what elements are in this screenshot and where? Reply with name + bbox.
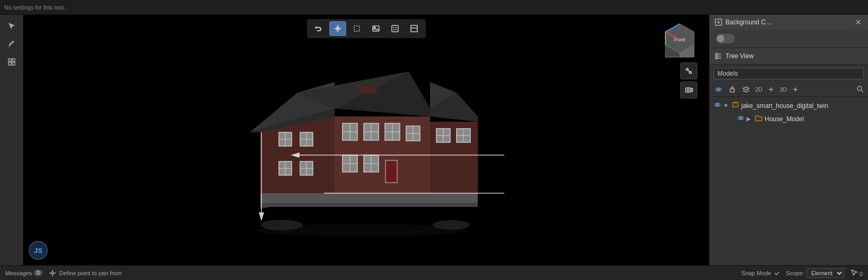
svg-rect-61 — [260, 203, 478, 207]
lock-button[interactable] — [727, 85, 737, 94]
svg-point-108 — [51, 272, 54, 274]
models-row: Models All Objects Layers — [709, 65, 868, 83]
bottom-bar: Messages 0 Define point to pan from Snap… — [0, 265, 868, 280]
messages-count-badge: 0 — [34, 270, 42, 276]
select-tool-button[interactable] — [4, 18, 20, 34]
svg-marker-96 — [743, 87, 749, 90]
svg-rect-38 — [385, 160, 397, 183]
tree-item-label: House_Model — [765, 115, 804, 123]
tree-view-title: Tree View — [725, 52, 753, 60]
folder-icon — [755, 114, 762, 123]
align-view-button[interactable] — [680, 62, 697, 79]
right-panel: Background C... ✕ — [709, 15, 868, 265]
item-visibility-icon — [714, 101, 721, 110]
svg-rect-105 — [733, 103, 738, 107]
brush-tool-button[interactable] — [4, 36, 20, 52]
svg-point-104 — [717, 104, 718, 106]
camera-button[interactable] — [680, 82, 697, 98]
svg-text:JS: JS — [34, 247, 42, 255]
status-hint: Define point to pan from — [49, 269, 121, 277]
viewport[interactable]: Front — [23, 15, 709, 265]
background-color-panel: Background C... ✕ — [709, 15, 868, 48]
svg-point-89 — [716, 58, 717, 59]
tree-item[interactable]: ▼ jake_smart_house_digital_twin — [709, 99, 868, 112]
coord-value: 0 — [860, 271, 863, 277]
main-area: Front — [0, 15, 868, 265]
svg-rect-95 — [730, 89, 734, 92]
snap-tool-button[interactable] — [4, 54, 20, 70]
svg-point-101 — [857, 86, 862, 91]
svg-marker-82 — [691, 88, 692, 92]
3d-label: 3D — [779, 86, 787, 93]
snap-mode-display: Snap Mode — [741, 270, 779, 276]
bg-toggle-row — [709, 30, 868, 48]
view-cube[interactable]: Front — [661, 21, 698, 58]
svg-point-87 — [716, 53, 717, 55]
svg-rect-3 — [12, 62, 15, 65]
svg-point-94 — [718, 89, 720, 91]
tree-panel: Tree View Models All Objects Layers — [709, 48, 868, 265]
messages-label: Messages — [5, 270, 32, 276]
models-dropdown[interactable]: Models All Objects Layers — [714, 68, 864, 79]
visibility-eye-button[interactable] — [714, 85, 723, 94]
svg-rect-22 — [360, 86, 376, 94]
bottom-right-controls: Snap Mode Scope: Element Model Scene 0 — [741, 268, 863, 278]
2d-visibility-button[interactable] — [767, 85, 775, 94]
bg-panel-icon — [715, 19, 722, 26]
orientation-buttons — [680, 62, 697, 98]
cursor-icon — [851, 269, 858, 276]
svg-line-80 — [687, 69, 690, 73]
tree-items: ▼ jake_smart_house_digital_twin ▶ Hous — [709, 97, 868, 265]
app-logo: JS — [28, 240, 49, 261]
expand-arrow: ▶ — [747, 116, 753, 122]
svg-point-88 — [716, 56, 717, 57]
tree-panel-header: Tree View — [709, 48, 868, 65]
layer-button[interactable] — [741, 85, 751, 94]
svg-point-83 — [687, 89, 689, 91]
left-toolbar — [0, 15, 23, 265]
item-visibility-icon — [737, 114, 744, 123]
scope-dropdown[interactable]: Element Model Scene — [806, 268, 844, 278]
svg-point-63 — [433, 220, 470, 230]
tree-item[interactable]: ▶ House_Model — [709, 112, 868, 125]
svg-line-102 — [862, 90, 864, 92]
tree-icons-row: 2D 3D — [709, 83, 868, 97]
coord-display: 0 — [851, 269, 863, 277]
2d-label: 2D — [755, 86, 762, 93]
svg-rect-0 — [8, 59, 11, 61]
scope-label: Scope: — [786, 270, 804, 276]
messages-button[interactable]: Messages 0 — [5, 270, 42, 276]
svg-rect-2 — [8, 62, 11, 65]
tree-view-icon — [715, 52, 722, 60]
pan-cursor-icon — [49, 269, 56, 277]
pan-hint-text: Define point to pan from — [59, 270, 121, 276]
snap-mode-icon — [774, 270, 780, 276]
snap-mode-label: Snap Mode — [741, 270, 771, 276]
tree-item-label: jake_smart_house_digital_twin — [741, 102, 828, 110]
expand-arrow: ▼ — [723, 103, 730, 109]
item-type-icon — [732, 101, 739, 110]
bg-panel-title-text: Background C... — [725, 19, 771, 26]
svg-rect-1 — [12, 59, 15, 61]
bg-panel-close-button[interactable]: ✕ — [854, 18, 863, 26]
scope-row: Scope: Element Model Scene — [786, 268, 844, 278]
house-3d-view — [23, 15, 709, 265]
svg-point-62 — [260, 220, 303, 230]
house-svg — [229, 40, 504, 241]
bg-panel-title: Background C... — [715, 19, 771, 26]
search-button[interactable] — [856, 85, 864, 94]
svg-marker-70 — [259, 213, 264, 220]
top-bar: No settings for this tool. — [0, 0, 868, 15]
svg-point-107 — [740, 118, 742, 119]
no-settings-text: No settings for this tool. — [4, 4, 65, 11]
bg-toggle-switch[interactable] — [716, 34, 735, 43]
svg-rect-81 — [686, 88, 691, 92]
3d-visibility-button[interactable] — [791, 85, 800, 94]
bg-panel-header: Background C... ✕ — [709, 15, 868, 30]
